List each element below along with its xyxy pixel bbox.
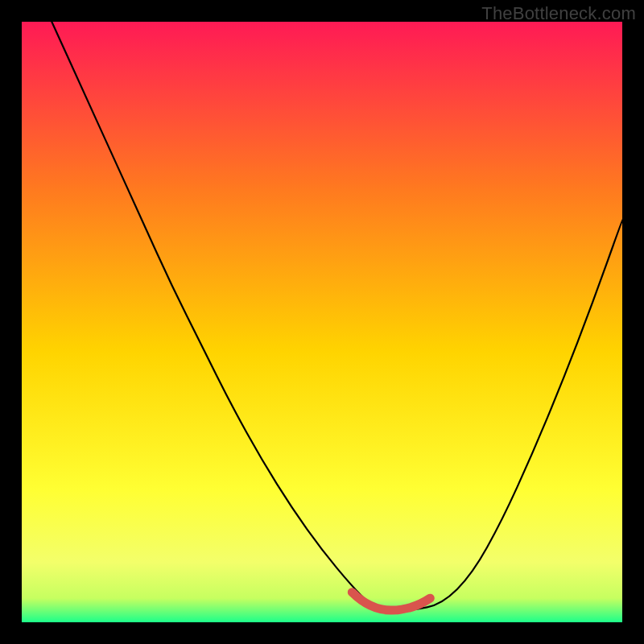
chart-svg <box>22 22 622 622</box>
plot-area <box>22 22 622 622</box>
chart-frame: TheBottleneck.com <box>0 0 644 644</box>
gradient-background <box>22 22 622 622</box>
watermark-text: TheBottleneck.com <box>481 3 636 24</box>
